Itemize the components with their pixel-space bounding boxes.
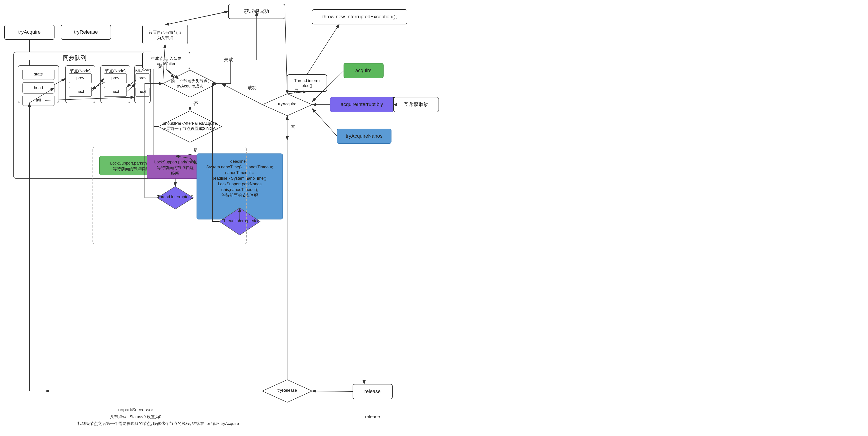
node2-label: 节点(Node) xyxy=(105,69,126,73)
node1-next-label: next xyxy=(76,89,84,94)
should-park-label2: 设置前一个节点设置成SINGAL xyxy=(162,126,218,131)
arrow-pted-throw xyxy=(307,24,339,75)
arrow-fail-path xyxy=(217,11,257,83)
yes-label-checkhead: 是 xyxy=(158,64,163,69)
diagram-container: tryAcquire tryRelease 同步队列 state head ta… xyxy=(0,0,868,436)
node2-prev-label: prev xyxy=(111,76,119,80)
set-head-label: 设置自己当前节点 xyxy=(149,30,181,35)
check-head-label1: 前一个节点为头节点, xyxy=(171,79,209,83)
deadline-label3: nanosTimeout = xyxy=(225,170,254,175)
arrow-addwaiter-check xyxy=(166,69,179,79)
park-green-label1: LockSupport.park(this); xyxy=(110,161,152,165)
unpark-label: unparkSuccessor xyxy=(118,407,153,412)
fail-label: 失败 xyxy=(224,57,233,62)
set-head-label2: 为头节点 xyxy=(157,35,173,40)
no-label-right: 否 xyxy=(290,125,295,130)
release-bottom-label: release xyxy=(365,414,380,419)
try-release-top-label: tryRelease xyxy=(74,29,98,35)
node2-next-label: next xyxy=(112,89,119,94)
try-acquire-top-label: tryAcquire xyxy=(18,29,40,35)
deadline-label5: LockSupport.parkNanos xyxy=(218,182,261,186)
node1-label: 节点(Node) xyxy=(70,69,90,73)
thread-pted-label2: pted() xyxy=(302,83,312,88)
yes-label-right: 是 xyxy=(294,88,299,93)
arrow-aw-ch xyxy=(166,69,174,78)
head-label: head xyxy=(34,86,43,90)
try-release-diamond-label: tryRelease xyxy=(278,388,297,393)
check-head-label2: tryAcquire成功 xyxy=(177,84,203,88)
unpark-desc1: 头节点waitStatus<0 设置为0 xyxy=(110,414,161,419)
thread-pted-box xyxy=(287,75,327,92)
node3-next-label: next xyxy=(138,89,146,94)
throw-interrupted-label: throw new InterruptedException(); xyxy=(322,14,397,20)
park-purple-label3: 唤醒 xyxy=(171,171,179,176)
try-acquire-nanos-label: tryAcquireNanos xyxy=(346,133,383,139)
deadline-label7: 等待前面的节点唤醒 xyxy=(221,193,258,198)
mutex-acquire-label: 互斥获取锁 xyxy=(404,101,429,107)
try-acquire-right-label: tryAcquire xyxy=(278,102,296,106)
thread-interrupted1-label: Thread.interrupted() xyxy=(157,195,193,199)
no-label-check: 否 xyxy=(193,101,198,106)
arrow-park-loop xyxy=(154,83,163,127)
arrow-release-diamond xyxy=(312,391,353,392)
state-label: state xyxy=(34,72,43,76)
deadline-label2: System.nanoTime() + nanosTimeout; xyxy=(206,165,273,169)
success-label: 成功 xyxy=(248,85,257,90)
release-label: release xyxy=(364,389,381,394)
acquire-label: acquire xyxy=(355,68,372,73)
arrow-acqnanos-diamond xyxy=(312,108,337,136)
node1-prev-label: prev xyxy=(76,76,84,80)
yes-label-park: 是 xyxy=(193,147,198,152)
arrow-success-sethead xyxy=(165,11,228,25)
acquire-interruptibly-label: acquireInterruptibly xyxy=(341,101,383,107)
park-green-label2: 等待前面的节点唤醒 xyxy=(113,167,150,171)
should-park-label1: shouldParkAfterFailedAcquire xyxy=(163,121,217,126)
deadline-label6: (this,nanosTimeout); xyxy=(221,188,258,192)
park-purple-label2: 等待前面的节点唤醒 xyxy=(157,165,194,170)
park-purple-label1: LockSupport.park(this); xyxy=(154,160,196,164)
deadline-label4: deadline - System.nanoTime(); xyxy=(212,176,267,180)
unpark-desc2: 找到头节点之后第一个需要被唤醒的节点, 唤醒这个节点的线程, 继续在 for 循… xyxy=(78,421,239,426)
sync-queue-label: 同步队列 xyxy=(63,55,86,61)
node3-prev-label: prev xyxy=(138,76,146,80)
thread-pted-label1: Thread.interru xyxy=(294,78,319,83)
arrow-success-diamond xyxy=(285,11,287,94)
